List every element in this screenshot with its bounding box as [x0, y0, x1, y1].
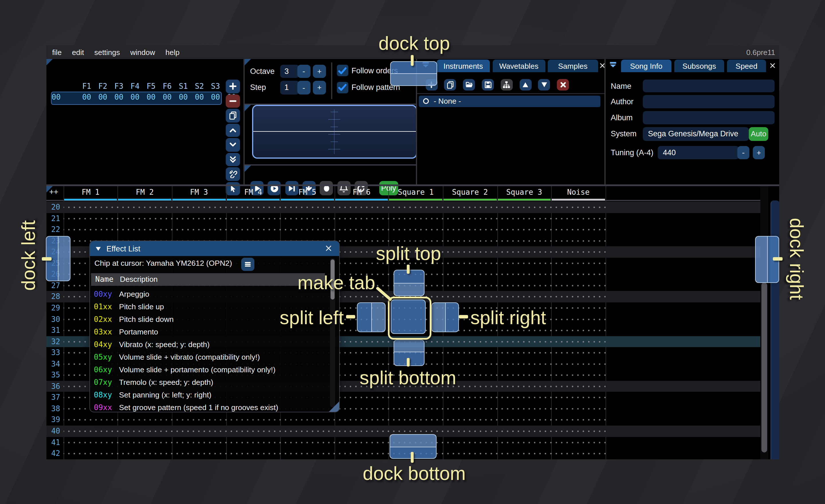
- pattern-row[interactable]: 22: [47, 224, 760, 235]
- pattern-row[interactable]: 21: [47, 213, 760, 224]
- row-number: 39: [47, 414, 60, 426]
- collapse-triangle-icon[interactable]: [94, 245, 102, 252]
- tab-speed[interactable]: Speed: [727, 60, 766, 72]
- channel-header-fm-5[interactable]: FM 5: [280, 186, 334, 198]
- row-cells: [64, 448, 606, 459]
- close-icon[interactable]: [768, 61, 777, 70]
- split-right-target[interactable]: [431, 303, 459, 332]
- split-left-target[interactable]: [357, 303, 385, 332]
- menu-item-file[interactable]: file: [47, 48, 67, 57]
- order-double-chevron-down-button[interactable]: [226, 153, 240, 166]
- instrument-triangle-down-button[interactable]: [538, 79, 550, 90]
- effect-row[interactable]: 05xyVolume slide + vibrato (compatibilit…: [90, 350, 340, 363]
- annotation-dock-top: dock top: [378, 33, 450, 55]
- tab-wavetables[interactable]: Wavetables: [493, 60, 545, 72]
- order-chevron-up-button[interactable]: [226, 123, 240, 137]
- pattern-scrollbar-thumb[interactable]: [761, 282, 767, 452]
- annotation-dock-left: dock left: [18, 220, 40, 291]
- order-cell[interactable]: 00: [131, 93, 140, 101]
- transport-divider: [244, 164, 417, 166]
- octave-plus-button[interactable]: +: [313, 65, 326, 78]
- row-cells: [64, 224, 606, 235]
- order-cell[interactable]: 00: [195, 93, 204, 101]
- instrument-duplicate-button[interactable]: [444, 79, 456, 90]
- order-duplicate-button[interactable]: [226, 109, 240, 122]
- tuning-field[interactable]: 440: [658, 146, 739, 159]
- menu-item-settings[interactable]: settings: [89, 48, 125, 57]
- annotation-split-top: split top: [376, 243, 441, 265]
- pattern-row[interactable]: 20: [47, 201, 760, 213]
- row-number: 27: [47, 280, 60, 291]
- channel-header-square-3[interactable]: Square 3: [497, 186, 551, 198]
- close-icon[interactable]: [324, 243, 334, 253]
- channel-header-noise[interactable]: Noise: [551, 186, 605, 198]
- channel-header-square-2[interactable]: Square 2: [443, 186, 497, 198]
- octave-minus-button[interactable]: -: [297, 65, 310, 78]
- order-chevron-down-button[interactable]: [226, 138, 240, 152]
- channel-underline: [498, 199, 550, 200]
- instrument-folder-open-button[interactable]: [463, 79, 475, 90]
- panel-divider[interactable]: [604, 59, 606, 184]
- order-plus-button[interactable]: [226, 80, 240, 93]
- channel-underline: [281, 199, 334, 200]
- instrument-list-item[interactable]: - None -: [419, 95, 600, 107]
- effect-row[interactable]: 06xyVolume slide + portamento (compatibi…: [90, 363, 340, 376]
- collapse-icon[interactable]: [608, 61, 621, 72]
- pattern-row[interactable]: 39: [47, 414, 760, 426]
- panel-divider[interactable]: [243, 59, 245, 184]
- annotation-line: [459, 315, 468, 319]
- effect-row[interactable]: 08xySet panning (x: left; y: right): [90, 388, 340, 401]
- octave-value[interactable]: 3: [280, 65, 299, 78]
- tab-subsongs[interactable]: Subsongs: [674, 60, 724, 72]
- channel-header-fm-4[interactable]: FM 4: [226, 186, 280, 198]
- follow-pattern-checkbox[interactable]: [336, 82, 348, 93]
- menu-item-edit[interactable]: edit: [67, 48, 89, 57]
- instrument-save-button[interactable]: [482, 79, 494, 90]
- order-cell[interactable]: 00: [147, 93, 156, 101]
- tab-song-info[interactable]: Song Info: [621, 60, 671, 72]
- follow-orders-checkbox[interactable]: [336, 65, 348, 76]
- channel-header-fm-1[interactable]: FM 1: [64, 186, 118, 198]
- order-cell[interactable]: 00: [98, 93, 107, 101]
- instrument-triangle-up-button[interactable]: [519, 79, 531, 90]
- order-column-header: S1: [179, 82, 188, 90]
- order-cell[interactable]: 00: [163, 93, 171, 101]
- order-cell[interactable]: 00: [179, 93, 188, 101]
- auto-button[interactable]: Auto: [749, 127, 768, 141]
- channel-header-fm-2[interactable]: FM 2: [118, 186, 172, 198]
- menu-item-help[interactable]: help: [160, 48, 185, 57]
- effect-menu-button[interactable]: [241, 258, 254, 271]
- tab-instruments[interactable]: Instruments: [437, 60, 490, 72]
- order-cell[interactable]: 00: [114, 93, 123, 101]
- instrument-tree-button[interactable]: [501, 79, 513, 90]
- instrument-delete-button[interactable]: [557, 79, 569, 90]
- order-minus-button[interactable]: [226, 94, 240, 108]
- add-channel-button[interactable]: ++: [49, 187, 58, 195]
- effect-row[interactable]: 04xyVibrato (x: speed; y: depth): [90, 338, 340, 350]
- step-plus-button[interactable]: +: [313, 81, 326, 94]
- annotation-split-left: split left: [229, 307, 344, 329]
- resize-grip-icon[interactable]: [329, 402, 340, 412]
- album-field[interactable]: [643, 111, 774, 124]
- system-field[interactable]: Sega Genesis/Mega Drive: [643, 127, 749, 141]
- channel-underline: [443, 199, 497, 200]
- channel-header-fm-6[interactable]: FM 6: [334, 186, 389, 198]
- name-field[interactable]: [643, 80, 774, 92]
- menu-item-window[interactable]: window: [125, 48, 160, 57]
- channel-header-square-1[interactable]: Square 1: [389, 186, 443, 198]
- tab-samples[interactable]: Samples: [548, 60, 598, 72]
- tuning-minus-button[interactable]: -: [737, 146, 749, 159]
- effect-row[interactable]: 09xxSet groove pattern (speed 1 if no gr…: [90, 401, 340, 412]
- tuning-plus-button[interactable]: +: [753, 146, 765, 159]
- effect-row[interactable]: 07xyTremolo (x: speed; y: depth): [90, 376, 340, 388]
- order-broken-link-button[interactable]: [226, 167, 240, 181]
- channel-header-fm-3[interactable]: FM 3: [172, 186, 226, 198]
- step-minus-button[interactable]: -: [297, 81, 310, 94]
- order-cell[interactable]: 00: [82, 93, 91, 101]
- effect-code: 00xy: [94, 289, 119, 298]
- effect-description: Portamento: [119, 327, 158, 336]
- effect-list-titlebar[interactable]: Effect List: [90, 241, 340, 256]
- order-cell[interactable]: 00: [211, 93, 220, 101]
- author-field[interactable]: [643, 95, 774, 108]
- step-value[interactable]: 1: [280, 81, 299, 94]
